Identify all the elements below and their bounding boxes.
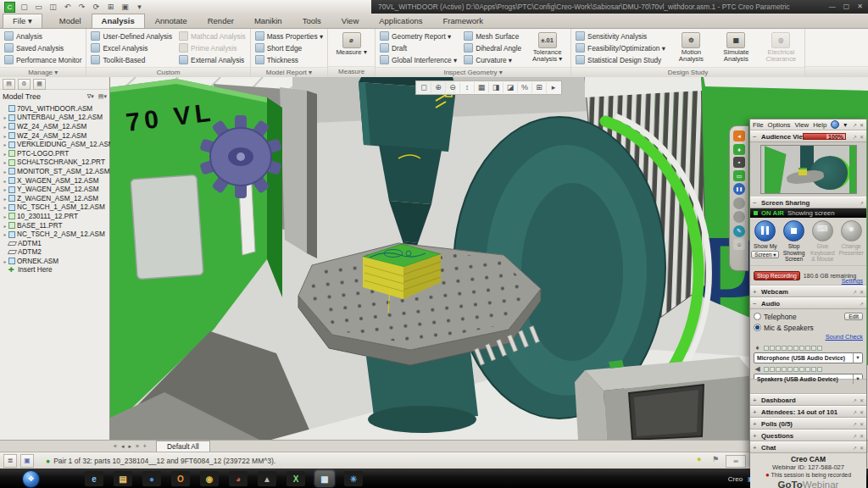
tree-filter-icon[interactable]: ∇▾ [87,93,94,100]
section-attendees[interactable]: +Attendees: 14 out of 101↗✕ [750,406,866,418]
maximize-button[interactable]: ▢ [843,3,850,10]
excel-icon[interactable]: X [287,471,305,486]
expand-icon[interactable]: ▸ [2,231,8,237]
tree-item-nc-tsch-1-asm-12-asm[interactable]: ▸NC_TSCH_1_ASM_12.ASM [2,203,109,213]
tab-nav-[interactable]: + [143,443,147,449]
tree-item-base-11-prt[interactable]: ▸BASE_11.PRT [2,221,109,230]
tab-nav-[interactable]: ▸ [128,443,131,450]
tree-item-10-230111-12-prt[interactable]: ▸10_230111_12.PRT [2,212,109,221]
popout-icon[interactable]: ↗ [853,134,857,140]
telephone-radio[interactable] [754,313,761,320]
explorer-icon[interactable]: ▤ [114,471,132,486]
tree-item-z-wagen-asm-12-asm[interactable]: ▸Z_WAGEN_ASM_12.ASM [2,194,109,203]
tab-manikin[interactable]: Manikin [244,14,292,28]
show-settings-icon[interactable]: ▤ [3,79,15,90]
tree-item-y-wagen-asm-12-asm[interactable]: ▸Y_WAGEN_ASM_12.ASM [2,185,109,194]
expand-icon[interactable]: ▸ [2,178,8,184]
tree-columns-icon[interactable]: ▤▾ [98,93,107,100]
chrome-icon[interactable]: ◉ [200,471,219,486]
section-dashboard[interactable]: +Dashboard↗✕ [750,394,866,406]
expand-icon[interactable]: ▸ [2,186,8,192]
tab-applications[interactable]: Applications [369,14,432,28]
undo-icon[interactable]: ↶ [62,1,73,13]
expand-icon[interactable]: ▸ [2,159,8,165]
tab-nav-[interactable]: ◂ [121,443,125,450]
tree-item-adtm2[interactable]: ADTM2 [2,248,109,258]
expand-icon[interactable]: ▸ [2,196,8,202]
screen-share-button[interactable]: ▭ [733,170,745,181]
audience-view-header[interactable]: − Audience View 100% ↗✕ [750,130,866,142]
telephone-option[interactable]: Telephone [764,313,797,321]
tab-framework[interactable]: Framework [432,14,493,28]
tab-model[interactable]: Model [49,14,92,28]
expand-icon[interactable]: ▸ [2,204,8,210]
tree-item-ptc-logo-prt[interactable]: ▸PTC-LOGO.PRT [2,149,109,158]
popout-icon[interactable]: ↗ [853,409,857,415]
ribbon-item-curvature[interactable]: Curvature ▾ [464,54,521,65]
calculator-icon[interactable]: ▦ [315,471,334,486]
mic-speakers-option[interactable]: Mic & Speakers [764,324,814,332]
start-button[interactable]: ❖ [22,470,40,488]
popout-icon[interactable]: ↗ [853,289,857,295]
expand-icon[interactable]: ▸ [2,114,8,120]
ribbon-item-motion-analysis[interactable]: ⚙Motion Analysis [672,30,710,63]
ribbon-item-performance-monitor[interactable]: Performance Monitor [4,54,81,65]
mic-speakers-radio[interactable] [754,324,761,331]
close-icon[interactable]: ✕ [860,122,864,128]
save-icon[interactable]: ◫ [47,1,58,13]
regenerate-icon[interactable]: ⟳ [91,1,102,13]
close-icon[interactable]: ✕ [860,134,864,140]
tab-tools[interactable]: Tools [292,14,331,28]
group-label-measure[interactable]: Measure [328,66,375,77]
tree-toggle-button[interactable]: ≣ [3,454,17,468]
ribbon-item-tolerance-analysis[interactable]: ±.01Tolerance Analysis ▾ [528,30,566,63]
webcam-header[interactable]: + Webcam ↗✕ [750,286,866,297]
stop-showing-screen-button[interactable]: Stop Showing Screen [780,219,809,263]
close-window-icon[interactable]: ▣ [120,1,131,13]
webcam-toggle-button[interactable]: ▪ [733,157,745,168]
tree-item-70vl-withdoor-asm[interactable]: 70VL_WITHDOOR.ASM [2,104,109,114]
new-file-icon[interactable]: ▢ [19,1,30,13]
close-icon[interactable]: ✕ [860,433,864,439]
tree-item-verkleidung-asm-12-asm[interactable]: ▸VERKLEIDUNG_ASM_12.ASM [2,140,109,149]
tree-item-wz-24-asm-12-asm[interactable]: ▸WZ_24_ASM_12.ASM [2,131,109,141]
ribbon-item-mesh-surface[interactable]: Mesh Surface [464,30,521,42]
creo-app-icon[interactable]: C [4,2,15,13]
edit-button[interactable]: Edit [844,313,863,320]
tree-item-monitor-st-asm-12-asm[interactable]: ▸MONITOR_ST_ASM_12.ASM [2,167,109,176]
expand-icon[interactable]: ▸ [2,223,8,229]
mic-toggle-button[interactable]: ♦ [733,144,745,155]
ribbon-item-saved-analysis[interactable]: Saved Analysis [4,42,81,53]
expand-icon[interactable]: ▸ [2,141,8,147]
menu-help[interactable]: Help [813,121,826,129]
microphone-select[interactable]: Microphone (USB Audio Device)▼ [754,352,863,363]
annotation-icon[interactable]: ▸ [547,82,560,93]
player-app-icon[interactable]: ▲ [258,471,276,486]
refit-icon[interactable]: ↕ [460,82,475,93]
tree-item-x-wagen-asm-12-asm[interactable]: ▸X_WAGEN_ASM_12.ASM [2,176,109,186]
ribbon-item-excel-analysis[interactable]: Excel Analysis [91,42,172,53]
popout-icon[interactable]: ↗ [853,433,857,439]
popout-icon[interactable]: ↗ [853,397,857,403]
emoji-tools-button[interactable]: ☺ [733,239,745,250]
view-manager-icon[interactable]: ⊞ [532,82,547,93]
tab-view[interactable]: View [331,14,369,28]
menu-view[interactable]: View [794,121,809,129]
close-icon[interactable]: ✕ [860,409,864,415]
customize-toolbar-icon[interactable]: ▾ [134,1,145,13]
flag-icon[interactable]: ⚑ [712,455,719,463]
screen-dropdown[interactable]: Screen ▾ [751,251,779,258]
zoom-in-icon[interactable]: ⊕ [431,82,446,93]
tab-nav-[interactable]: » [136,443,139,449]
minimize-button[interactable]: — [829,3,836,10]
display-style-icon[interactable]: ◨ [489,82,504,93]
popout-icon[interactable]: ↗ [853,122,857,128]
presenter-button[interactable] [733,211,745,223]
close-icon[interactable]: ✕ [860,421,864,427]
expand-icon[interactable]: ▸ [2,124,8,130]
ribbon-item-sensitivity-analysis[interactable]: Sensitivity Analysis [576,30,665,42]
tree-item-wz-24-asm-12-asm[interactable]: ▸WZ_24_ASM_12.ASM [2,122,109,131]
ribbon-item-toolkit-based[interactable]: Toolkit-Based [91,54,172,65]
ribbon-item-statistical-design-study[interactable]: Statistical Design Study [576,54,665,65]
stop-recording-button[interactable]: Stop Recording [754,271,800,280]
